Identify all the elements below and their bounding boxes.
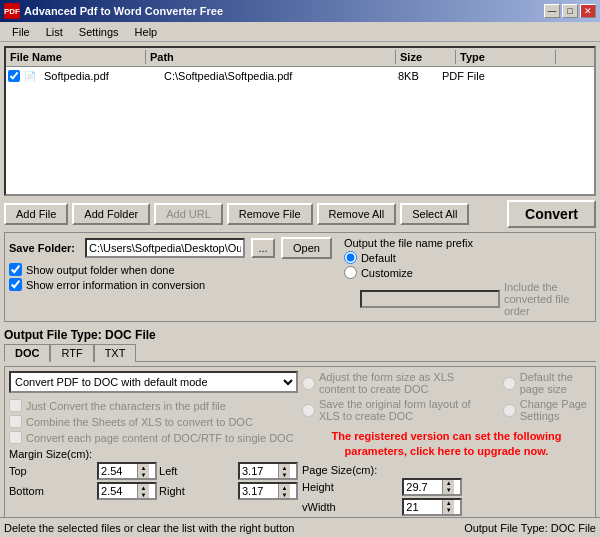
- status-left: Delete the selected files or clear the l…: [4, 522, 294, 534]
- open-button[interactable]: Open: [281, 237, 332, 259]
- page-size-radio1[interactable]: [503, 377, 516, 390]
- width-spin[interactable]: 21 ▲ ▼: [402, 498, 462, 516]
- right-spin-down[interactable]: ▼: [279, 491, 290, 498]
- right-radio-2: Change Page Settings: [503, 398, 591, 422]
- menu-settings[interactable]: Settings: [71, 24, 127, 40]
- top-spin-down[interactable]: ▼: [138, 471, 149, 478]
- height-spin-up[interactable]: ▲: [443, 480, 454, 487]
- width-label: vWidth: [302, 501, 400, 513]
- col-header-size: Size: [396, 50, 456, 64]
- left-spin-down[interactable]: ▼: [279, 471, 290, 478]
- default-label: Default: [361, 252, 396, 264]
- top-spin[interactable]: 2.54 ▲ ▼: [97, 462, 157, 480]
- top-input[interactable]: 2.54: [99, 464, 137, 478]
- convert-button[interactable]: Convert: [507, 200, 596, 228]
- options-right: Adjust the form size as XLS content to c…: [302, 371, 591, 516]
- default-radio[interactable]: [344, 251, 357, 264]
- output-type-section: Output File Type: DOC File DOC RTF TXT C…: [4, 326, 596, 521]
- right-opt1-radio[interactable]: [302, 377, 315, 390]
- save-folder-label: Save Folder:: [9, 242, 79, 254]
- option-check-2: Combine the Sheets of XLS to convert to …: [9, 415, 298, 428]
- bottom-spin-down[interactable]: ▼: [138, 491, 149, 498]
- bottom-input[interactable]: 2.54: [99, 484, 137, 498]
- page-size-section: Page Size(cm): Height 29.7 ▲ ▼ vWidth: [302, 464, 591, 516]
- include-label: Include the converted file order: [504, 281, 591, 317]
- opt3-label: Convert each page content of DOC/RTF to …: [26, 432, 294, 444]
- show-output-label: Show output folder when done: [26, 264, 175, 276]
- table-row[interactable]: 📄 Softpedia.pdf C:\Softpedia\Softpedia.p…: [6, 67, 594, 85]
- bottom-label: Bottom: [9, 485, 95, 497]
- window-controls: — □ ✕: [544, 4, 596, 18]
- right-opt2-label: Save the original form layout of XLS to …: [319, 398, 487, 422]
- show-error-checkbox[interactable]: [9, 278, 22, 291]
- remove-file-button[interactable]: Remove File: [227, 203, 313, 225]
- col-header-type: Type: [456, 50, 556, 64]
- options-area: Convert PDF to DOC with default mode Jus…: [4, 366, 596, 521]
- opt1-label: Just Convert the characters in the pdf f…: [26, 400, 226, 412]
- right-spin-up[interactable]: ▲: [279, 484, 290, 491]
- file-size: 8KB: [394, 69, 438, 83]
- bottom-spin-up[interactable]: ▲: [138, 484, 149, 491]
- option-check-3: Convert each page content of DOC/RTF to …: [9, 431, 298, 444]
- top-spin-up[interactable]: ▲: [138, 464, 149, 471]
- height-spin-down[interactable]: ▼: [443, 487, 454, 494]
- save-right: Output the file name prefix Default Cust…: [332, 237, 591, 317]
- opt3-checkbox[interactable]: [9, 431, 22, 444]
- right-input[interactable]: 3.17: [240, 484, 278, 498]
- width-spin-up[interactable]: ▲: [443, 500, 454, 507]
- remove-all-button[interactable]: Remove All: [317, 203, 397, 225]
- tab-rtf[interactable]: RTF: [50, 344, 93, 362]
- left-input[interactable]: 3.17: [240, 464, 278, 478]
- right-opt-2: Save the original form layout of XLS to …: [302, 398, 487, 422]
- save-folder-row: Save Folder: C:\Users\Softpedia\Desktop\…: [9, 237, 332, 259]
- file-path: C:\Softpedia\Softpedia.pdf: [160, 69, 394, 83]
- save-folder-input[interactable]: C:\Users\Softpedia\Desktop\Output Files: [85, 238, 245, 258]
- browse-button[interactable]: ...: [251, 238, 275, 258]
- add-file-button[interactable]: Add File: [4, 203, 68, 225]
- file-checkbox[interactable]: [8, 70, 20, 82]
- right-options-main: Adjust the form size as XLS content to c…: [302, 371, 487, 425]
- height-spin[interactable]: 29.7 ▲ ▼: [402, 478, 462, 496]
- mode-dropdown[interactable]: Convert PDF to DOC with default mode: [9, 371, 298, 393]
- add-url-button[interactable]: Add URL: [154, 203, 223, 225]
- right-spin[interactable]: 3.17 ▲ ▼: [238, 482, 298, 500]
- customize-label: Customize: [361, 267, 413, 279]
- close-button[interactable]: ✕: [580, 4, 596, 18]
- right-opt1-label: Adjust the form size as XLS content to c…: [319, 371, 487, 395]
- width-spin-down[interactable]: ▼: [443, 507, 454, 514]
- height-input[interactable]: 29.7: [404, 480, 442, 494]
- add-folder-button[interactable]: Add Folder: [72, 203, 150, 225]
- left-spin[interactable]: 3.17 ▲ ▼: [238, 462, 298, 480]
- default-radio-row: Default: [344, 251, 591, 264]
- right-radio-1: Default the page size: [503, 371, 591, 395]
- right-opt2-radio[interactable]: [302, 404, 315, 417]
- file-list-header: File Name Path Size Type: [6, 48, 594, 67]
- customize-radio[interactable]: [344, 266, 357, 279]
- height-label: Height: [302, 481, 400, 493]
- show-output-checkbox[interactable]: [9, 263, 22, 276]
- opt1-checkbox[interactable]: [9, 399, 22, 412]
- output-prefix-label: Output the file name prefix: [344, 237, 591, 249]
- show-error-row: Show error information in conversion: [9, 278, 332, 291]
- option-check-1: Just Convert the characters in the pdf f…: [9, 399, 298, 412]
- bottom-spin[interactable]: 2.54 ▲ ▼: [97, 482, 157, 500]
- menu-file[interactable]: File: [4, 24, 38, 40]
- maximize-button[interactable]: □: [562, 4, 578, 18]
- window-title: Advanced Pdf to Word Converter Free: [24, 5, 223, 17]
- title-bar: PDF Advanced Pdf to Word Converter Free …: [0, 0, 600, 22]
- status-right: Output File Type: DOC File: [464, 522, 596, 534]
- file-name: Softpedia.pdf: [40, 69, 160, 83]
- menu-list[interactable]: List: [38, 24, 71, 40]
- tab-doc[interactable]: DOC: [4, 344, 50, 362]
- opt2-checkbox[interactable]: [9, 415, 22, 428]
- promo-text[interactable]: The registered version can set the follo…: [302, 429, 591, 460]
- menu-help[interactable]: Help: [127, 24, 166, 40]
- width-input[interactable]: 21: [404, 500, 442, 514]
- page-size-radio2[interactable]: [503, 404, 516, 417]
- left-spin-up[interactable]: ▲: [279, 464, 290, 471]
- tabs-row: DOC RTF TXT: [4, 344, 596, 362]
- tab-txt[interactable]: TXT: [94, 344, 137, 362]
- minimize-button[interactable]: —: [544, 4, 560, 18]
- select-all-button[interactable]: Select All: [400, 203, 469, 225]
- include-input[interactable]: [360, 290, 500, 308]
